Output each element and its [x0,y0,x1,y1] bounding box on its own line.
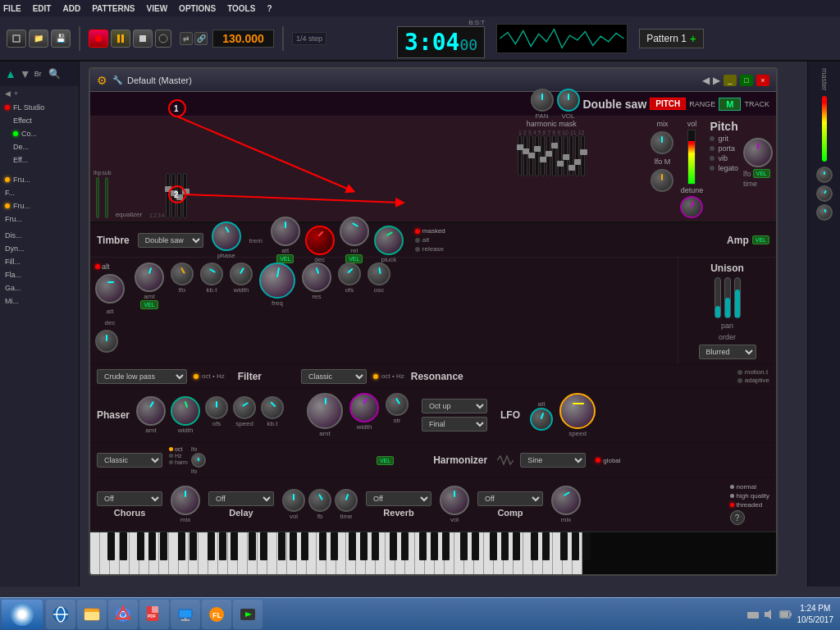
h-fader-7[interactable] [552,135,556,176]
maximize-button[interactable]: □ [740,75,753,86]
phaser-speed-knob[interactable] [233,396,256,419]
delay-time-knob[interactable] [335,489,358,512]
mix-knob[interactable] [651,131,673,154]
sidebar-item-eff2[interactable]: Eff... [8,153,79,167]
sidebar-item-fru1[interactable]: Fru... [0,173,79,186]
phaser-ofs-knob[interactable] [205,396,228,419]
harmonizer-lfo-select[interactable]: Sine [520,453,586,468]
reverb-select[interactable]: Off [366,491,431,506]
black-key[interactable] [120,532,127,560]
black-key[interactable] [531,532,538,560]
sidebar-item-dyn[interactable]: Dyn... [0,242,79,255]
legato-led[interactable] [710,166,714,171]
h-fader-8[interactable] [558,135,562,176]
rel-knob[interactable] [340,217,369,246]
threaded-led[interactable] [730,503,734,507]
phaser-kbt-knob[interactable] [261,396,284,419]
help-button[interactable]: ? [730,510,745,525]
alt-led[interactable] [415,238,420,243]
oct-radio-btn[interactable] [169,447,173,451]
sidebar-item-co[interactable]: Co... [8,127,79,140]
black-key[interactable] [460,532,468,560]
black-key[interactable] [583,532,591,560]
sidebar-item-fru4[interactable]: Fru... [0,212,79,226]
sidebar-item-dis[interactable]: Dis... [0,229,79,242]
lfo-h-width-knob[interactable] [349,393,379,422]
pitch-main-knob[interactable] [743,138,773,167]
bpm-display[interactable]: 130.000 [212,30,274,48]
final-select[interactable]: Final [422,417,487,431]
normal-led[interactable] [730,485,734,489]
sidebar-left-btn[interactable]: ◀ [5,89,11,98]
sidebar-item-fill[interactable]: Fill... [0,255,79,268]
resonance-type-select[interactable]: Classic [301,369,367,384]
master-knob-2[interactable] [816,185,833,202]
black-key[interactable] [501,532,509,560]
fader-4[interactable] [183,173,187,218]
hq-led[interactable] [730,494,734,498]
menu-add[interactable]: ADD [62,4,80,13]
taskbar-media[interactable] [233,600,262,629]
prev-icon[interactable]: ◀ [702,75,710,86]
black-key[interactable] [301,532,308,560]
menu-file[interactable]: FILE [3,4,21,13]
menu-tools[interactable]: TOOLS [227,4,255,13]
filter-type-select[interactable]: Crude low pass [97,369,187,384]
sidebar-item-de[interactable]: De... [8,140,79,153]
lfo-oct-hz-knob[interactable] [191,453,206,468]
close-button[interactable]: × [756,75,769,86]
lfo-h-amt-knob[interactable] [307,393,343,429]
taskbar-ie[interactable] [46,600,75,629]
kbt-knob[interactable] [200,262,223,285]
h-fader-4[interactable] [535,135,539,176]
oct2-led[interactable] [373,374,378,379]
black-key[interactable] [148,532,156,560]
start-button[interactable] [2,600,43,629]
black-key[interactable] [231,532,238,560]
black-key[interactable] [419,532,427,560]
ofs-knob[interactable] [338,262,361,285]
hz-radio-btn[interactable] [169,454,173,458]
oct-up-select[interactable]: Oct up [422,399,487,413]
menu-patterns[interactable]: PATTERNS [92,4,135,13]
black-key[interactable] [572,532,579,560]
plugin-settings-icon[interactable]: 🔧 [112,75,122,84]
open-btn[interactable]: 📁 [29,30,48,48]
black-key[interactable] [278,532,285,560]
lhp-fader[interactable] [96,177,99,218]
lfo-att-knob[interactable] [530,408,553,431]
sidebar-arrow-down[interactable]: ▼ [20,67,31,80]
chorus-mix-knob[interactable] [171,486,200,515]
sidebar-plus[interactable]: + [14,89,18,98]
next-icon[interactable]: ▶ [713,75,720,86]
comp-select[interactable]: Off [477,491,543,506]
sidebar-item-plugin[interactable]: FL Studio [0,101,79,114]
taskbar-explorer[interactable] [77,600,107,629]
masked-led[interactable] [415,229,420,234]
menu-options[interactable]: OPTIONS [179,4,216,13]
play-btn[interactable] [155,30,171,48]
unison-slider-3[interactable] [734,277,741,318]
black-key[interactable] [490,532,497,560]
taskbar-pdf[interactable]: PDF [139,600,169,629]
sync-btn[interactable]: 🔗 [194,32,208,45]
black-key[interactable] [431,532,438,560]
step-select[interactable]: 1/4 step [292,32,326,45]
pan-knob[interactable] [531,89,554,112]
menu-edit[interactable]: EDIT [33,4,52,13]
filter-dec-knob[interactable] [95,330,118,353]
timbre-preset-select[interactable]: Double saw [138,233,203,248]
record-btn[interactable] [89,30,108,48]
minimize-button[interactable]: _ [724,75,737,86]
delay-select[interactable]: Off [208,491,274,506]
delay-fb-knob[interactable] [308,489,331,512]
master-knob-1[interactable] [816,167,833,183]
taskbar-fl[interactable]: FL [202,600,231,629]
delay-vol-knob[interactable] [282,489,305,512]
sidebar-item-effect[interactable]: Effect [8,114,79,127]
sidebar-item-fru3[interactable]: Fru... [0,199,79,212]
freq-knob[interactable] [259,262,295,299]
phaser-type-select[interactable]: Classic [97,453,162,468]
grit-led[interactable] [710,136,714,141]
black-key[interactable] [249,532,256,560]
